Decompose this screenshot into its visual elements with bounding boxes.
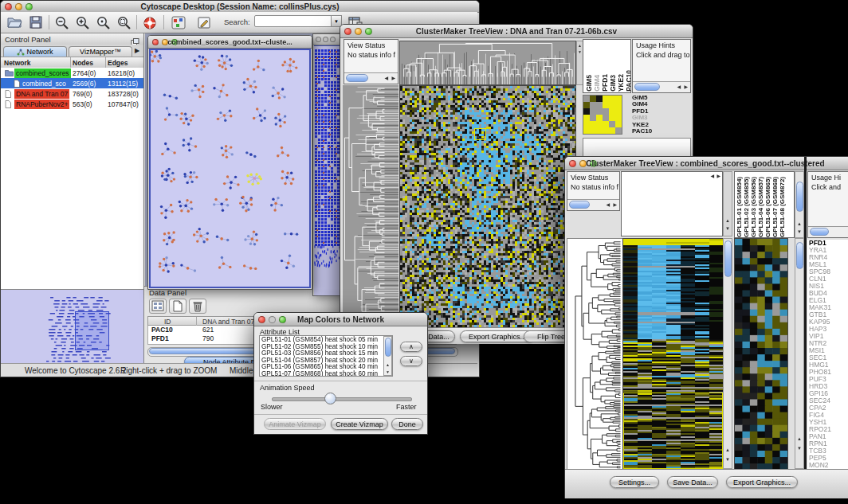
minimize-icon[interactable] bbox=[323, 37, 328, 42]
new-attribute-icon[interactable] bbox=[169, 299, 186, 314]
usage-hscroll-thumb[interactable] bbox=[634, 83, 660, 91]
column-label[interactable]: GPL51-07 (GSM868) bbox=[771, 177, 779, 237]
zoom-out-icon[interactable] bbox=[53, 14, 71, 30]
scroll-down-icon[interactable]: ▼ bbox=[725, 457, 730, 462]
delete-attribute-icon[interactable] bbox=[189, 299, 206, 314]
scroll-up-icon[interactable]: ▲ bbox=[578, 43, 582, 48]
help-lifebuoy-icon[interactable] bbox=[141, 14, 159, 30]
mini-heatmap-cell[interactable] bbox=[596, 108, 603, 115]
dp-col-id[interactable]: ID bbox=[164, 318, 171, 326]
mini-heatmap-cell[interactable] bbox=[590, 115, 596, 121]
save-data-button[interactable]: Save Data... bbox=[667, 476, 718, 488]
zoom-in-icon[interactable] bbox=[74, 14, 92, 30]
labels-vscroll-thumb[interactable] bbox=[796, 182, 803, 212]
mini-heatmap-cell[interactable] bbox=[603, 127, 609, 134]
scroll-up-icon[interactable]: ▲ bbox=[797, 221, 802, 226]
mini-heatmap-cell[interactable] bbox=[615, 108, 622, 115]
move-up-button[interactable]: ∧ bbox=[400, 342, 422, 352]
main-titlebar[interactable]: Cytoscape Desktop (Session Name: collins… bbox=[1, 1, 479, 13]
upper-vscrollbar[interactable]: ▲ ▼ bbox=[723, 171, 732, 236]
scroll-down-icon[interactable]: ▼ bbox=[725, 226, 730, 231]
scroll-down-icon[interactable]: ▼ bbox=[386, 369, 390, 374]
scroll-right-icon[interactable]: ▶ bbox=[391, 76, 395, 80]
column-label[interactable]: GPL51-02 (GSM855) bbox=[743, 177, 750, 237]
open-session-icon[interactable] bbox=[6, 14, 23, 30]
mini-heatmap-cell[interactable] bbox=[583, 121, 590, 127]
network-overview-canvas[interactable] bbox=[2, 291, 143, 369]
network-name[interactable]: RNAPuberNov2+ bbox=[14, 100, 69, 109]
column-dendrogram-canvas[interactable] bbox=[399, 41, 576, 85]
zoom-actual-icon[interactable] bbox=[95, 14, 112, 30]
mini-heatmap-cell[interactable] bbox=[590, 102, 596, 108]
mini-heatmap-cell[interactable] bbox=[603, 102, 609, 108]
column-label[interactable]: GPL51-08 (GSM872) bbox=[779, 177, 786, 237]
heatmap-vscrollbar[interactable]: ▲ ▼ bbox=[723, 238, 732, 469]
mini-heatmap-cell[interactable] bbox=[615, 96, 622, 102]
mini-heatmap-cell[interactable] bbox=[590, 108, 596, 115]
scroll-down-icon[interactable]: ▼ bbox=[578, 49, 582, 54]
zoom-heatmap-canvas[interactable] bbox=[734, 238, 788, 471]
mini-heatmap-cell[interactable] bbox=[590, 127, 596, 134]
row-dendrogram-canvas[interactable] bbox=[567, 238, 624, 471]
attribute-item[interactable]: GPL51-07 (GSM868) heat shock 60 min bbox=[261, 371, 392, 377]
scroll-right-icon[interactable]: ▶ bbox=[716, 174, 720, 178]
save-session-icon[interactable] bbox=[28, 14, 45, 30]
mini-heatmap-cell[interactable] bbox=[609, 127, 615, 134]
column-label[interactable]: GPL51-04 (GSM857) bbox=[757, 177, 764, 237]
column-dendrogram-area[interactable]: ◀ ▶ bbox=[621, 171, 723, 236]
mini-heatmap-cell[interactable] bbox=[609, 115, 615, 121]
scroll-up-icon[interactable]: ▲ bbox=[725, 447, 730, 452]
col-nodes[interactable]: Nodes bbox=[73, 59, 93, 67]
mini-heatmap-cell[interactable] bbox=[596, 121, 603, 127]
column-label[interactable]: GIM4 bbox=[593, 75, 600, 92]
scroll-left-icon[interactable]: ◀ bbox=[677, 84, 681, 89]
tab-network[interactable]: Network bbox=[3, 46, 67, 57]
column-label[interactable]: GIM3 bbox=[609, 75, 616, 92]
scroll-down-icon[interactable]: ▼ bbox=[797, 446, 802, 451]
scroll-right-icon[interactable]: ▶ bbox=[684, 84, 688, 89]
gene-label[interactable]: MON2 bbox=[809, 462, 848, 469]
scroll-left-icon[interactable]: ◀ bbox=[384, 76, 388, 80]
heatmap-selection[interactable] bbox=[623, 393, 723, 469]
mini-heatmap-cell[interactable] bbox=[583, 108, 590, 115]
settings-button[interactable]: Settings... bbox=[610, 476, 659, 488]
animate-vizmap-button[interactable]: Animate Vizmap bbox=[264, 418, 326, 430]
scroll-up-icon[interactable]: ▲ bbox=[797, 436, 802, 441]
mini-heatmap-cell[interactable] bbox=[609, 108, 615, 115]
network-name[interactable]: combined_scores bbox=[14, 68, 71, 78]
mini-heatmap-cell[interactable] bbox=[583, 102, 590, 108]
mini-row-label[interactable]: PAC10 bbox=[632, 128, 680, 135]
network-name[interactable]: combined_sco bbox=[22, 80, 66, 88]
network-canvas[interactable] bbox=[151, 50, 309, 287]
speed-slider-track[interactable] bbox=[272, 397, 412, 401]
mini-heatmap-cell[interactable] bbox=[615, 127, 622, 134]
column-label[interactable]: GPL51-03 (GSM856) bbox=[750, 177, 757, 237]
mini-heatmap-cell[interactable] bbox=[590, 121, 596, 127]
network-overview[interactable] bbox=[1, 289, 143, 369]
scroll-down-icon[interactable]: ▼ bbox=[797, 229, 802, 234]
vizmapper-icon[interactable] bbox=[170, 14, 187, 30]
labels-vscrollbar[interactable]: ▲ ▼ bbox=[795, 171, 804, 238]
heatmap-canvas[interactable] bbox=[399, 85, 576, 329]
scroll-up-icon[interactable]: ▲ bbox=[386, 362, 390, 367]
view-status-hscroll-thumb[interactable] bbox=[569, 201, 590, 209]
mini-heatmap-cell[interactable] bbox=[603, 121, 609, 127]
network-table-row[interactable]: DNA and Tran 07769(0)183728(0) bbox=[1, 88, 143, 99]
attr-vscroll-thumb[interactable] bbox=[385, 338, 391, 357]
column-label[interactable]: YKE2 bbox=[617, 74, 624, 92]
scroll-up-icon[interactable]: ▲ bbox=[725, 218, 730, 223]
speed-slider-thumb[interactable] bbox=[324, 393, 336, 404]
zoom-fit-icon[interactable] bbox=[116, 14, 133, 30]
done-button[interactable]: Done bbox=[391, 418, 423, 430]
network-table-row[interactable]: RNAPuberNov2+563(0)107847(0) bbox=[1, 99, 143, 109]
mini-heatmap-cell[interactable] bbox=[590, 96, 596, 102]
network-name[interactable]: DNA and Tran 07 bbox=[14, 89, 69, 99]
scroll-right-icon[interactable]: ▶ bbox=[613, 202, 617, 207]
select-attributes-icon[interactable] bbox=[149, 299, 167, 314]
column-label[interactable]: PFD1 bbox=[601, 74, 608, 92]
row-dendrogram-canvas[interactable] bbox=[343, 85, 398, 327]
mini-heatmap[interactable] bbox=[583, 95, 622, 135]
mini-heatmap-cell[interactable] bbox=[603, 108, 609, 115]
mini-heatmap-cell[interactable] bbox=[583, 127, 590, 134]
mini-heatmap-cell[interactable] bbox=[603, 115, 609, 121]
